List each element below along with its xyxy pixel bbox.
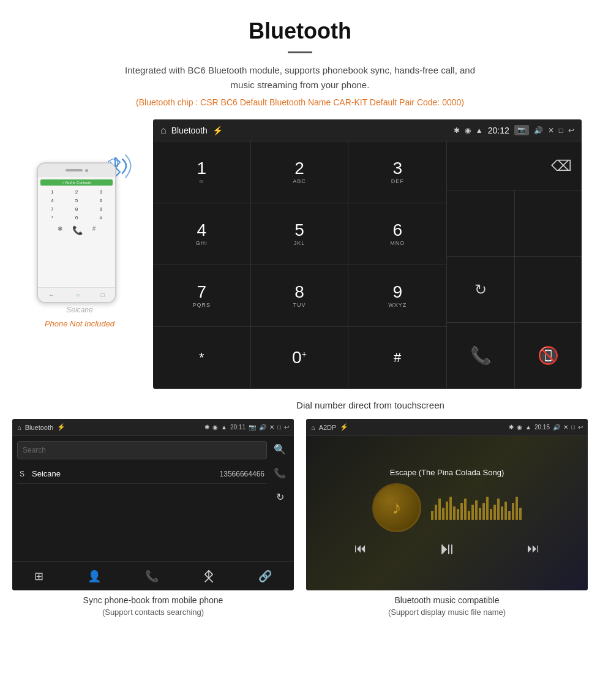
home-icon[interactable]: ⌂ bbox=[160, 125, 167, 136]
backspace-button[interactable]: ⌫ bbox=[551, 157, 572, 175]
music-note-icon: ♪ bbox=[392, 497, 402, 518]
phonebook-back-icon[interactable]: ↩ bbox=[284, 424, 289, 431]
phonebook-screen-icon[interactable]: □ bbox=[277, 424, 281, 431]
status-left: ⌂ Bluetooth ⚡ bbox=[160, 125, 223, 136]
main-content: ⬡ + Add to Contacts bbox=[0, 113, 600, 395]
phonebook-grid-icon[interactable]: ⊞ bbox=[34, 570, 43, 583]
dialer-keypad: 1 ∞ 2 ABC 3 DEF 4 GHI bbox=[153, 141, 447, 389]
phonebook-home-icon[interactable]: ⌂ bbox=[17, 424, 21, 431]
phonebook-camera-icon[interactable]: 📷 bbox=[249, 424, 256, 431]
phonebook-close-icon[interactable]: ✕ bbox=[269, 424, 274, 431]
phonebook-contacts-icon[interactable]: 👤 bbox=[88, 570, 101, 583]
music-home-icon[interactable]: ⌂ bbox=[311, 424, 315, 431]
music-screen-icon[interactable]: □ bbox=[571, 424, 575, 431]
dialer-right-panel: ⌫ ↻ 📞 bbox=[447, 141, 582, 389]
music-caption-sub: (Support display music file name) bbox=[306, 608, 588, 619]
phone-speaker bbox=[66, 169, 83, 171]
bottom-screenshots: ⌂ Bluetooth ⚡ ✱ ◉ ▲ 20:11 📷 🔊 ✕ □ ↩ bbox=[0, 419, 600, 631]
music-bar bbox=[512, 503, 514, 520]
dial-key-6[interactable]: 6 MNO bbox=[348, 203, 446, 265]
phonebook-caption: Sync phone-book from mobile phone bbox=[12, 590, 294, 608]
dial-key-7[interactable]: 7 PQRS bbox=[153, 265, 251, 327]
phone-key-8: 8 bbox=[65, 205, 89, 213]
page-description: Integrated with BC6 Bluetooth module, su… bbox=[116, 63, 484, 92]
call-button-red[interactable]: 📵 bbox=[514, 323, 582, 389]
song-title: Escape (The Pina Colada Song) bbox=[390, 468, 504, 477]
music-bar bbox=[497, 499, 500, 520]
phone-mockup: ⬡ + Add to Contacts bbox=[31, 144, 129, 303]
phone-key-3: 3 bbox=[89, 188, 113, 196]
dial-key-5[interactable]: 5 JKL bbox=[251, 203, 349, 265]
phonebook-link-icon[interactable]: 🔗 bbox=[258, 570, 272, 583]
music-bar bbox=[453, 506, 456, 520]
contact-letter: S bbox=[20, 470, 28, 478]
dial-key-1[interactable]: 1 ∞ bbox=[153, 141, 251, 203]
music-bar bbox=[449, 497, 452, 520]
music-status-bar: ⌂ A2DP ⚡ ✱ ◉ ▲ 20:15 🔊 ✕ □ ↩ bbox=[306, 419, 588, 436]
dial-key-hash[interactable]: # bbox=[348, 327, 446, 389]
dial-key-0[interactable]: 0+ bbox=[251, 327, 349, 389]
music-bar bbox=[516, 497, 518, 520]
status-right: ✱ ◉ ▲ 20:12 📷 🔊 ✕ □ ↩ bbox=[454, 125, 574, 135]
music-bar bbox=[457, 509, 459, 520]
phonebook-bt-bottom-icon[interactable] bbox=[203, 570, 214, 583]
call-red-icon: 📵 bbox=[538, 345, 559, 366]
phone-key-1: 1 bbox=[40, 188, 64, 196]
dial-key-9[interactable]: 9 WXYZ bbox=[348, 265, 446, 327]
music-back-icon[interactable]: ↩ bbox=[578, 424, 583, 431]
screen-icon[interactable]: □ bbox=[559, 126, 563, 135]
phone-key-2: 2 bbox=[65, 188, 89, 196]
phonebook-volume-icon[interactable]: 🔊 bbox=[259, 424, 266, 431]
phone-keypad: 1 2 3 4 5 6 7 8 9 * 0 # bbox=[40, 188, 113, 222]
music-caption: Bluetooth music compatible bbox=[306, 590, 588, 608]
close-icon[interactable]: ✕ bbox=[548, 126, 554, 135]
title-divider bbox=[288, 51, 312, 53]
call-button-green[interactable]: 📞 bbox=[447, 323, 514, 389]
dial-key-8[interactable]: 8 TUV bbox=[251, 265, 349, 327]
dial-key-4[interactable]: 4 GHI bbox=[153, 203, 251, 265]
contact-row[interactable]: S Seicane 13566664466 bbox=[17, 464, 267, 484]
prev-button[interactable]: ⏮ bbox=[354, 541, 367, 555]
car-main-screen: ⌂ Bluetooth ⚡ ✱ ◉ ▲ 20:12 📷 🔊 ✕ □ ↩ bbox=[153, 119, 582, 389]
music-vol-icon[interactable]: 🔊 bbox=[553, 424, 560, 431]
music-bar bbox=[446, 502, 448, 520]
music-bar bbox=[460, 503, 463, 520]
music-bar bbox=[464, 499, 467, 520]
usb-icon: ⚡ bbox=[212, 126, 223, 135]
phonebook-signal-icon: ▲ bbox=[221, 424, 227, 431]
status-title: Bluetooth bbox=[171, 126, 208, 135]
music-status-left: ⌂ A2DP ⚡ bbox=[311, 423, 348, 431]
car-screen-column: ⌂ Bluetooth ⚡ ✱ ◉ ▲ 20:12 📷 🔊 ✕ □ ↩ bbox=[153, 119, 582, 389]
dial-key-2[interactable]: 2 ABC bbox=[251, 141, 349, 203]
volume-icon[interactable]: 🔊 bbox=[534, 126, 543, 135]
phonebook-body: Search S Seicane 13566664466 🔍 📞 ↻ bbox=[12, 436, 294, 508]
seicane-watermark: Seicane bbox=[66, 306, 92, 314]
phone-key-star: * bbox=[40, 214, 64, 222]
phonebook-usb-icon: ⚡ bbox=[57, 423, 66, 431]
reload-action-icon[interactable]: ↻ bbox=[276, 491, 284, 503]
phonebook-bt-icon: ✱ bbox=[204, 424, 209, 431]
music-bar bbox=[431, 511, 433, 520]
search-bar[interactable]: Search bbox=[17, 441, 267, 459]
signal-icon: ▲ bbox=[476, 126, 483, 135]
phone-key-4: 4 bbox=[40, 197, 64, 205]
dial-key-star[interactable]: * bbox=[153, 327, 251, 389]
play-pause-button[interactable]: ⏯ bbox=[438, 538, 456, 559]
reload-button[interactable]: ↻ bbox=[447, 257, 514, 323]
next-button[interactable]: ⏭ bbox=[527, 541, 539, 555]
phonebook-location-icon: ◉ bbox=[212, 424, 218, 431]
phonebook-time: 20:11 bbox=[230, 424, 246, 431]
music-bar bbox=[471, 505, 474, 520]
search-action-icon[interactable]: 🔍 bbox=[274, 443, 286, 455]
music-usb-icon: ⚡ bbox=[340, 423, 348, 431]
car-status-bar: ⌂ Bluetooth ⚡ ✱ ◉ ▲ 20:12 📷 🔊 ✕ □ ↩ bbox=[153, 119, 582, 141]
music-status-right: ✱ ◉ ▲ 20:15 🔊 ✕ □ ↩ bbox=[509, 424, 583, 431]
music-title-status: A2DP bbox=[319, 424, 337, 431]
call-action-icon[interactable]: 📞 bbox=[274, 467, 286, 479]
phonebook-phone-icon[interactable]: 📞 bbox=[145, 570, 159, 583]
camera-icon[interactable]: 📷 bbox=[514, 125, 529, 135]
back-icon[interactable]: ↩ bbox=[568, 126, 574, 135]
music-close-icon[interactable]: ✕ bbox=[563, 424, 568, 431]
dial-key-3[interactable]: 3 DEF bbox=[348, 141, 446, 203]
phone-key-6: 6 bbox=[89, 197, 113, 205]
